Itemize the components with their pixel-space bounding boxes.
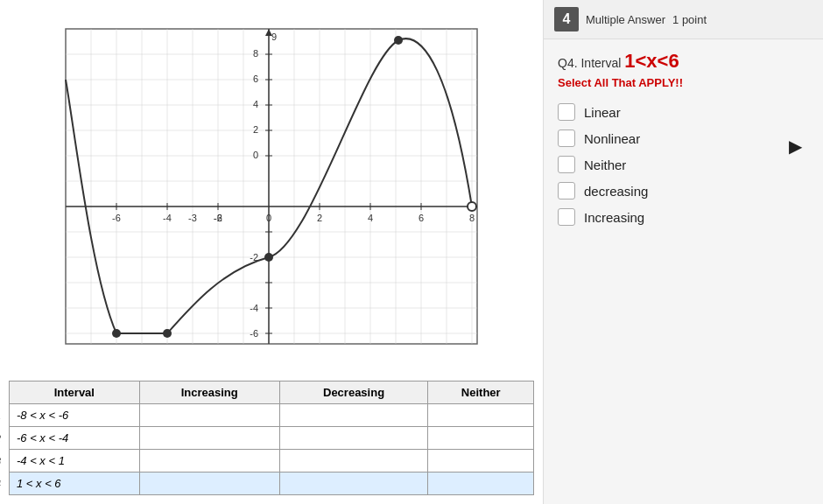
row-1-interval: -8 < x < -6 — [17, 409, 68, 422]
row-3-decreasing — [279, 450, 428, 472]
checkbox-neither[interactable] — [558, 156, 575, 173]
svg-point-53 — [112, 329, 121, 338]
question-header: 4 Multiple Answer 1 point — [544, 0, 823, 39]
right-panel: 4 Multiple Answer 1 point Q4. Interval 1… — [543, 0, 823, 504]
cursor-pointer-icon: ▶ — [789, 136, 802, 157]
label-linear: Linear — [584, 105, 621, 120]
row-2-interval: -6 < x < -4 — [17, 431, 68, 444]
question-interval: 1<x<6 — [624, 50, 679, 72]
svg-text:2: 2 — [317, 213, 322, 223]
row-3-interval: -4 < x < 1 — [17, 454, 65, 467]
row-1-increasing — [139, 404, 279, 427]
svg-rect-0 — [66, 29, 477, 344]
graph-area: 0 -3 -6 -6 -4 -2 2 4 6 8 8 6 4 2 0 -2 -4 — [0, 0, 543, 381]
svg-text:6: 6 — [419, 213, 424, 223]
row-4-increasing — [139, 472, 279, 495]
svg-text:8: 8 — [253, 48, 258, 59]
svg-text:6: 6 — [253, 74, 258, 84]
question-body: Q4. Interval 1<x<6 Select All That APPLY… — [544, 39, 823, 236]
table-area: Interval Increasing Decreasing Neither 1… — [0, 381, 543, 504]
svg-text:0: 0 — [253, 150, 258, 160]
label-neither: Neither — [584, 158, 626, 172]
svg-text:-3: -3 — [188, 213, 197, 223]
label-nonlinear: Nonlinear — [584, 131, 640, 146]
row-3-increasing — [139, 450, 279, 472]
checkbox-increasing[interactable] — [558, 208, 575, 226]
graph-svg: 0 -3 -6 -6 -4 -2 2 4 6 8 8 6 4 2 0 -2 -4 — [48, 24, 495, 366]
row-num-1: 1 — [0, 410, 1, 421]
option-neither[interactable]: Neither — [558, 156, 809, 173]
row-num-3: 3 — [0, 456, 1, 466]
table-row: 2 -6 < x < -4 — [10, 427, 534, 450]
checkbox-nonlinear[interactable] — [558, 130, 575, 147]
checkbox-linear[interactable] — [558, 103, 575, 121]
svg-text:-2: -2 — [214, 213, 222, 223]
col-neither: Neither — [428, 382, 534, 404]
svg-point-56 — [394, 36, 403, 45]
svg-text:8: 8 — [469, 213, 475, 223]
svg-text:9: 9 — [271, 32, 277, 42]
svg-text:-6: -6 — [250, 328, 258, 339]
question-type: Multiple Answer — [586, 13, 665, 26]
table-row: 3 -4 < x < 1 — [10, 450, 534, 472]
row-1-decreasing — [279, 404, 428, 427]
checkbox-decreasing[interactable] — [558, 182, 575, 200]
row-3-neither — [428, 450, 534, 472]
option-nonlinear[interactable]: Nonlinear — [558, 130, 809, 147]
svg-text:4: 4 — [368, 213, 373, 223]
interval-table: Interval Increasing Decreasing Neither 1… — [9, 381, 534, 495]
svg-text:0: 0 — [266, 213, 271, 223]
col-increasing: Increasing — [139, 382, 279, 404]
question-points: 1 point — [672, 13, 707, 26]
row-2-decreasing — [279, 427, 428, 450]
svg-point-57 — [468, 202, 476, 211]
row-1-neither — [428, 404, 534, 427]
svg-text:4: 4 — [253, 99, 258, 109]
row-num-2: 2 — [0, 433, 1, 444]
row-4-neither — [428, 472, 534, 495]
table-row: 1 -8 < x < -6 — [10, 404, 534, 427]
svg-text:-6: -6 — [112, 213, 121, 223]
option-increasing[interactable]: Increasing — [558, 208, 809, 226]
option-decreasing[interactable]: decreasing — [558, 182, 809, 200]
question-text-line: Q4. Interval 1<x<6 — [558, 50, 809, 73]
col-decreasing: Decreasing — [279, 382, 428, 404]
left-panel: 0 -3 -6 -6 -4 -2 2 4 6 8 8 6 4 2 0 -2 -4 — [0, 0, 543, 504]
row-2-increasing — [139, 427, 279, 450]
col-interval: Interval — [10, 382, 140, 404]
option-list: Linear Nonlinear Neither decreasing Incr… — [558, 103, 809, 226]
table-row-highlighted: 4 1 < x < 6 — [10, 472, 534, 495]
row-4-decreasing — [279, 472, 428, 495]
row-2-neither — [428, 427, 534, 450]
label-decreasing: decreasing — [584, 184, 648, 199]
svg-text:2: 2 — [253, 124, 258, 135]
question-number: 4 — [554, 7, 579, 32]
row-4-interval: 1 < x < 6 — [17, 477, 61, 490]
option-linear[interactable]: Linear — [558, 103, 809, 121]
question-label-prefix: Q4. Interval — [558, 56, 624, 70]
svg-text:-4: -4 — [163, 213, 172, 223]
svg-text:-4: -4 — [250, 303, 258, 313]
row-num-4: 4 — [0, 479, 1, 489]
select-all-label: Select All That APPLY!! — [558, 76, 809, 89]
label-increasing: Increasing — [584, 210, 644, 225]
